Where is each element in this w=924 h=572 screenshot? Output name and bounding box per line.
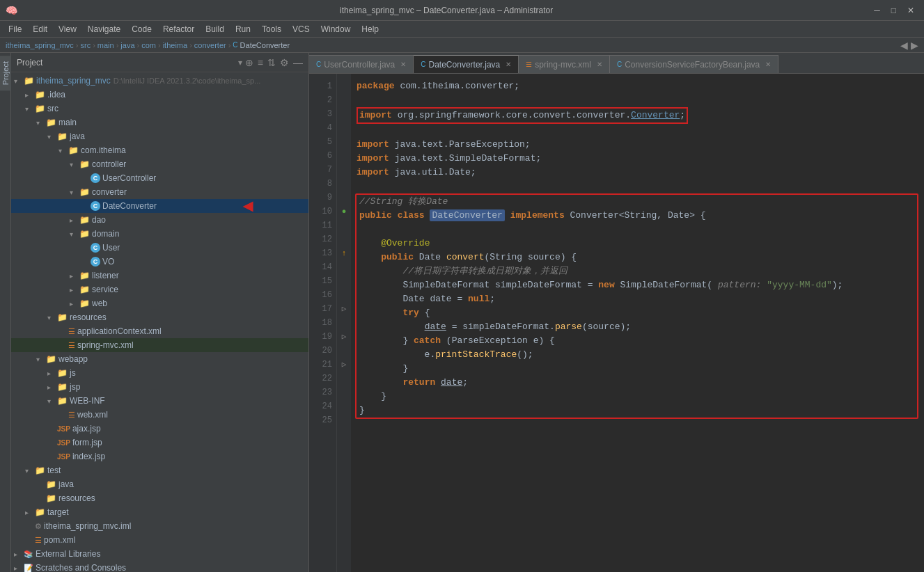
menu-tools[interactable]: Tools <box>256 23 287 35</box>
editor-tabs: C UserController.java ✕ C DateConverter.… <box>309 53 924 74</box>
breadcrumb-converter[interactable]: converter <box>194 41 226 49</box>
menu-help[interactable]: Help <box>356 23 384 35</box>
tree-item-resources[interactable]: ▾ 📁 resources <box>11 310 308 324</box>
minimize-panel-icon[interactable]: — <box>293 57 303 68</box>
code-editor[interactable]: 1 2 3 4 5 6 7 8 9 10 11 12 13 14 15 16 1… <box>309 74 924 572</box>
expand-all-icon[interactable]: ⇅ <box>267 57 276 68</box>
collapse-all-icon[interactable]: ≡ <box>258 57 263 68</box>
menu-build[interactable]: Build <box>200 23 230 35</box>
tree-item-usercontroller[interactable]: C UserController <box>11 171 308 185</box>
gutter-icon-line17[interactable]: ▷ <box>338 302 350 316</box>
tab-usercontroller[interactable]: C UserController.java ✕ <box>309 55 414 73</box>
tree-item-scratches[interactable]: ▸ 📝 Scratches and Consoles <box>11 561 308 572</box>
breadcrumb-com[interactable]: com <box>141 41 156 49</box>
tree-item-webapp[interactable]: ▾ 📁 webapp <box>11 352 308 366</box>
menu-file[interactable]: File <box>3 23 27 35</box>
code-content[interactable]: package com.itheima.converter; import or… <box>351 74 924 572</box>
tree-item-root[interactable]: ▾ 📁 itheima_spring_mvc D:\IntelliJ IDEA … <box>11 74 308 88</box>
breadcrumb-dateconverter[interactable]: DateConverter <box>240 41 290 49</box>
tree-item-web[interactable]: ▸ 📁 web <box>11 296 308 310</box>
line-num-18: 18 <box>309 316 332 330</box>
tree-item-src[interactable]: ▾ 📁 src <box>11 102 308 116</box>
nav-forward-button[interactable]: ▶ <box>911 40 918 51</box>
tree-arrow-resources: ▾ <box>47 314 57 321</box>
tree-item-dao[interactable]: ▸ 📁 dao <box>11 213 308 227</box>
settings-icon[interactable]: ⚙ <box>280 57 289 68</box>
tree-item-appcontext[interactable]: ☰ applicationContext.xml <box>11 324 308 338</box>
tab-close-springmvc[interactable]: ✕ <box>597 61 602 68</box>
tab-springmvc[interactable]: ☰ spring-mvc.xml ✕ <box>519 55 610 73</box>
tree-item-ajaxjsp[interactable]: JSP ajax.jsp <box>11 422 308 436</box>
tree-item-indexjsp[interactable]: JSP index.jsp <box>11 450 308 463</box>
tree-item-comitheima[interactable]: ▾ 📁 com.itheima <box>11 143 308 157</box>
menu-navigate[interactable]: Navigate <box>82 23 126 35</box>
menu-code[interactable]: Code <box>126 23 157 35</box>
window-controls[interactable]: ─ □ ✕ <box>870 4 918 17</box>
tree-item-extlibs[interactable]: ▸ 📚 External Libraries <box>11 547 308 561</box>
tree-item-testjava[interactable]: 📁 java <box>11 477 308 491</box>
gutter-run-line10[interactable]: ● <box>338 205 350 219</box>
tree-item-java[interactable]: ▾ 📁 java <box>11 129 308 143</box>
testjava-label: java <box>58 479 74 489</box>
tree-item-controller[interactable]: ▾ 📁 controller <box>11 157 308 171</box>
tree-arrow-src: ▾ <box>25 105 35 113</box>
tree-item-js[interactable]: ▸ 📁 js <box>11 366 308 380</box>
tree-item-jsp-folder[interactable]: ▸ 📁 jsp <box>11 380 308 394</box>
project-panel-title: Project <box>17 58 238 67</box>
tree-item-idea[interactable]: ▸ 📁 .idea <box>11 88 308 102</box>
tree-item-user[interactable]: C User <box>11 241 308 255</box>
breadcrumb-itheima[interactable]: itheima <box>163 41 187 49</box>
code-line-2 <box>357 93 918 107</box>
tree-item-springmvc[interactable]: ☰ spring-mvc.xml <box>11 338 308 352</box>
tree-item-listener[interactable]: ▸ 📁 listener <box>11 269 308 283</box>
menu-run[interactable]: Run <box>230 23 256 35</box>
tree-item-test[interactable]: ▾ 📁 test <box>11 463 308 477</box>
menu-refactor[interactable]: Refactor <box>157 23 200 35</box>
tree-item-pomxml[interactable]: ☰ pom.xml <box>11 533 308 547</box>
tree-item-service[interactable]: ▸ 📁 service <box>11 283 308 296</box>
locate-icon[interactable]: ⊕ <box>245 57 253 68</box>
tree-item-webinf[interactable]: ▾ 📁 WEB-INF <box>11 394 308 408</box>
tree-item-iml[interactable]: ⚙ itheima_spring_mvc.iml <box>11 519 308 533</box>
line-num-16: 16 <box>309 288 332 302</box>
gutter-icon-line21[interactable]: ▷ <box>338 358 350 372</box>
tab-close-usercontroller[interactable]: ✕ <box>400 61 406 68</box>
tree-item-vo[interactable]: C VO <box>11 255 308 269</box>
breadcrumb-main[interactable]: main <box>97 41 114 49</box>
tree-item-webxml[interactable]: ☰ web.xml <box>11 408 308 422</box>
project-dropdown-icon[interactable]: ▾ <box>238 58 242 67</box>
webinf-label: WEB-INF <box>70 396 105 406</box>
tab-conversionfactory[interactable]: C ConversionServiceFactoryBean.java ✕ <box>610 55 778 73</box>
dao-label: dao <box>92 215 106 225</box>
menu-view[interactable]: View <box>53 23 82 35</box>
tree-item-main[interactable]: ▾ 📁 main <box>11 116 308 129</box>
menu-window[interactable]: Window <box>315 23 357 35</box>
maximize-button[interactable]: □ <box>887 4 900 17</box>
gutter-icon-line13[interactable]: ↑ <box>338 246 350 260</box>
tab-close-dateconverter[interactable]: ✕ <box>506 61 511 68</box>
tree-item-domain[interactable]: ▾ 📁 domain <box>11 227 308 241</box>
tree-item-testresources[interactable]: 📁 resources <box>11 491 308 505</box>
tree-item-target[interactable]: ▸ 📁 target <box>11 505 308 519</box>
tree-item-dateconverter[interactable]: C DateConverter ◀ <box>11 199 308 213</box>
tree-arrow-main: ▾ <box>36 119 46 127</box>
tree-item-converter-folder[interactable]: ▾ 📁 converter <box>11 185 308 199</box>
tree-item-formjsp[interactable]: JSP form.jsp <box>11 436 308 450</box>
breadcrumb-project[interactable]: itheima_spring_mvc <box>6 41 74 49</box>
breadcrumb-src[interactable]: src <box>81 41 91 49</box>
tab-close-conversionfactory[interactable]: ✕ <box>765 61 771 68</box>
java-icon-usercontroller: C <box>91 173 100 183</box>
tree-arrow-js: ▸ <box>47 370 57 377</box>
tab-dateconverter[interactable]: C DateConverter.java ✕ <box>414 55 519 73</box>
idea-label: .idea <box>47 90 65 100</box>
menu-vcs[interactable]: VCS <box>287 23 315 35</box>
gutter-icon-line19[interactable]: ▷ <box>338 330 350 344</box>
minimize-button[interactable]: ─ <box>870 4 884 17</box>
sidebar-tab-project[interactable]: Project <box>0 56 11 90</box>
menu-edit[interactable]: Edit <box>27 23 53 35</box>
code-line-21: } <box>359 362 914 376</box>
close-button[interactable]: ✕ <box>903 4 918 17</box>
folder-icon-testjava: 📁 <box>46 479 56 489</box>
nav-back-button[interactable]: ◀ <box>900 40 908 51</box>
breadcrumb-java[interactable]: java <box>120 41 134 49</box>
